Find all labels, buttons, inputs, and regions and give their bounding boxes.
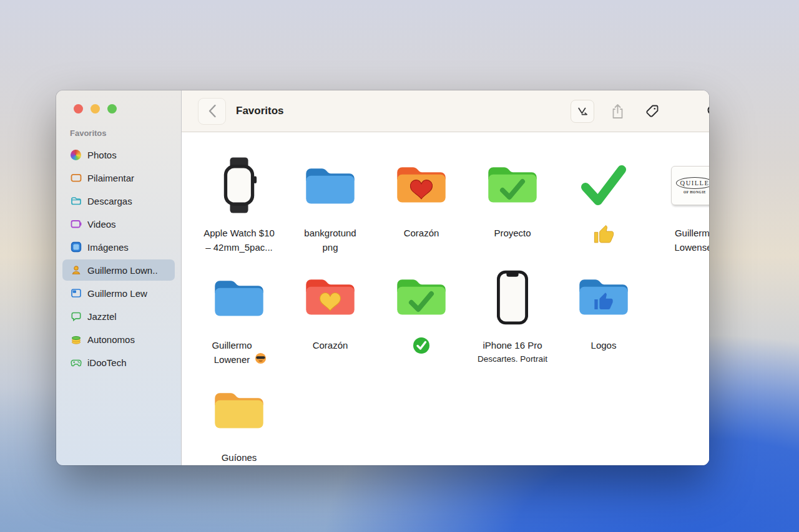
file-label: bankgrotund png: [304, 226, 356, 254]
green-circle-check-emoji-icon: [413, 337, 430, 354]
file-label: Guillermo Lowenser: [674, 226, 709, 254]
traffic-lights: [62, 104, 175, 114]
file-item-iphone[interactable]: iPhone 16 Pro Descartes. Portrait: [467, 262, 558, 374]
photos-icon: [70, 149, 82, 161]
file-label: Apple Watch $10 – 42mm_5pac...: [203, 226, 275, 254]
coins-icon: [70, 334, 82, 346]
grid-row-1: Apple Watch $10 – 42mm_5pac... bankgrotu…: [194, 150, 709, 262]
main-pane: Favoritos: [182, 90, 709, 465]
zoom-button[interactable]: [107, 104, 117, 114]
sunglasses-emoji-icon: [255, 352, 267, 367]
green-checkmark-icon: [581, 165, 627, 206]
blue-photo-icon: [70, 241, 82, 253]
sidebar: Favoritos Photos Pilaimentar Descargas: [56, 90, 182, 465]
file-item-green-folder-check[interactable]: [376, 262, 467, 374]
apple-watch-icon: [220, 157, 258, 214]
purple-display-icon: [70, 218, 82, 230]
file-label: Proyecto: [494, 226, 531, 240]
sidebar-item-guillermo-lew[interactable]: Guillermo Lew: [62, 283, 175, 304]
sidebar-item-autonomos[interactable]: Autonomos: [62, 329, 175, 350]
yellow-heart-icon: [320, 293, 341, 312]
file-item-guillermo-lowenser[interactable]: QUILLE OF HONGIE Guillermo Lowenser: [649, 150, 709, 262]
tag-icon: [645, 104, 660, 118]
window-title: Favoritos: [236, 105, 571, 117]
file-label: iPhone 16 Pro: [483, 338, 542, 352]
game-controller-icon: [70, 357, 82, 369]
file-label: Corazón: [313, 338, 348, 352]
sidebar-section-title: Favoritos: [62, 128, 175, 138]
file-item-guillermo-lowener[interactable]: Guillermo Lowener: [194, 262, 285, 374]
sort-icon: [577, 105, 589, 117]
tag-button[interactable]: [640, 100, 664, 123]
search-button[interactable]: [702, 100, 709, 123]
file-item-corazon-1[interactable]: Corazón: [376, 150, 467, 262]
orange-folder-icon: [70, 172, 82, 184]
blue-window-icon: [70, 288, 82, 299]
minimize-button[interactable]: [91, 104, 100, 114]
sidebar-item-guillermo-lown[interactable]: Guillermo Lown..: [62, 259, 175, 281]
file-label: Logos: [591, 338, 617, 352]
file-label: Guíones: [222, 450, 257, 465]
file-item-bankgrotund[interactable]: bankgrotund png: [285, 150, 376, 262]
file-item-corazon-2[interactable]: Corazón: [285, 262, 376, 374]
sidebar-item-pilaimentar[interactable]: Pilaimentar: [62, 167, 175, 188]
desktop-background: Favoritos Photos Pilaimentar Descargas: [0, 0, 799, 532]
folder-blue-icon: [212, 276, 267, 319]
sidebar-item-jazztel[interactable]: Jazztel: [62, 306, 175, 327]
check-emblem-icon: [499, 178, 526, 201]
file-label: Corazón: [404, 226, 439, 240]
back-button[interactable]: [198, 98, 226, 125]
folder-blue-icon: [303, 164, 358, 207]
person-icon: [70, 264, 82, 276]
file-sublabel: Descartes. Portrait: [478, 352, 547, 366]
chevron-left-icon: [208, 104, 217, 118]
file-item-logos[interactable]: Logos: [558, 262, 649, 374]
grid-row-3: Guíones: [194, 374, 709, 465]
file-item-guiones[interactable]: Guíones: [194, 374, 285, 465]
finder-window: Favoritos Photos Pilaimentar Descargas: [56, 90, 709, 465]
grid-row-2: Guillermo Lowener: [194, 262, 709, 374]
sort-button[interactable]: [571, 100, 594, 123]
file-grid: Apple Watch $10 – 42mm_5pac... bankgrotu…: [182, 132, 709, 465]
thumbs-up-emoji-icon: [594, 225, 614, 245]
blue-thumb-emblem-icon: [594, 292, 614, 312]
sidebar-item-videos[interactable]: Videos: [62, 213, 175, 235]
toolbar: Favoritos: [182, 90, 709, 132]
folder-yellow-icon: [212, 389, 267, 432]
sidebar-item-descargas[interactable]: Descargas: [62, 190, 175, 211]
file-item-proyecto[interactable]: Proyecto: [467, 150, 558, 262]
red-heart-icon: [410, 180, 433, 200]
sidebar-item-idootech[interactable]: iDooTech: [62, 352, 175, 373]
teal-folder-icon: [70, 195, 82, 207]
close-button[interactable]: [74, 104, 83, 114]
share-button[interactable]: [605, 100, 629, 123]
file-item-green-check[interactable]: [558, 150, 649, 262]
search-icon: [706, 104, 709, 118]
speech-bubble-icon: [70, 311, 82, 322]
quille-card-icon: QUILLE OF HONGIE: [671, 166, 709, 205]
check-emblem-icon: [408, 291, 435, 313]
file-item-apple-watch[interactable]: Apple Watch $10 – 42mm_5pac...: [194, 150, 285, 262]
iphone-icon: [497, 270, 528, 325]
share-icon: [611, 104, 624, 119]
file-label: Guillermo Lowener: [212, 338, 252, 367]
sidebar-item-imagenes[interactable]: Imágenes: [62, 236, 175, 258]
toolbar-actions: [571, 100, 709, 123]
sidebar-item-photos[interactable]: Photos: [62, 144, 175, 165]
